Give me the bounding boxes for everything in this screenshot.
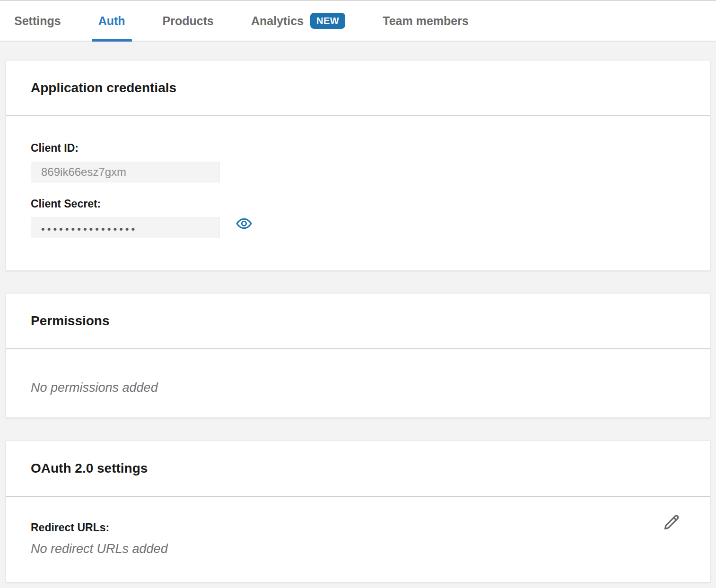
client-id-label: Client ID:: [31, 142, 685, 155]
edit-redirect-urls-button[interactable]: [661, 512, 682, 534]
tab-team-members[interactable]: Team members: [376, 1, 475, 41]
pencil-icon: [662, 512, 681, 534]
oauth-settings-header: OAuth 2.0 settings: [6, 441, 710, 497]
tab-products-label: Products: [163, 14, 214, 28]
oauth-settings-title: OAuth 2.0 settings: [31, 461, 148, 476]
permissions-header: Permissions: [6, 294, 710, 349]
tab-products[interactable]: Products: [156, 1, 220, 41]
client-secret-row: ••••••••••••••••: [31, 210, 685, 238]
redirect-urls-label: Redirect URLs:: [31, 521, 685, 534]
permissions-body: No permissions added: [6, 349, 710, 395]
reveal-secret-button[interactable]: [236, 216, 253, 233]
oauth-settings-body: Redirect URLs: No redirect URLs added: [6, 497, 710, 556]
active-tab-underline: [92, 39, 132, 42]
tab-auth[interactable]: Auth: [92, 1, 132, 41]
client-secret-field[interactable]: ••••••••••••••••: [31, 217, 220, 238]
eye-icon: [236, 217, 252, 232]
application-credentials-title: Application credentials: [31, 80, 176, 95]
new-badge: NEW: [310, 13, 345, 29]
redirect-urls-empty-text: No redirect URLs added: [31, 542, 685, 556]
permissions-title: Permissions: [31, 313, 110, 329]
tab-auth-label: Auth: [98, 14, 125, 28]
permissions-empty-text: No permissions added: [31, 380, 685, 395]
client-secret-label: Client Secret:: [31, 198, 685, 210]
oauth-settings-card: OAuth 2.0 settings Redirect URLs: No red…: [6, 441, 710, 582]
application-credentials-card: Application credentials Client ID: 869ik…: [6, 60, 710, 271]
tab-settings[interactable]: Settings: [8, 1, 68, 41]
client-id-field[interactable]: 869ik66esz7gxm: [31, 162, 220, 182]
tab-analytics[interactable]: Analytics NEW: [244, 1, 352, 41]
application-credentials-header: Application credentials: [6, 61, 710, 116]
permissions-card: Permissions No permissions added: [6, 293, 710, 418]
tab-analytics-label: Analytics: [251, 14, 304, 28]
app-tab-bar: Settings Auth Products Analytics NEW Tea…: [0, 1, 716, 42]
tab-settings-label: Settings: [14, 14, 61, 28]
tab-team-members-label: Team members: [383, 14, 469, 28]
application-credentials-body: Client ID: 869ik66esz7gxm Client Secret:…: [6, 116, 710, 238]
